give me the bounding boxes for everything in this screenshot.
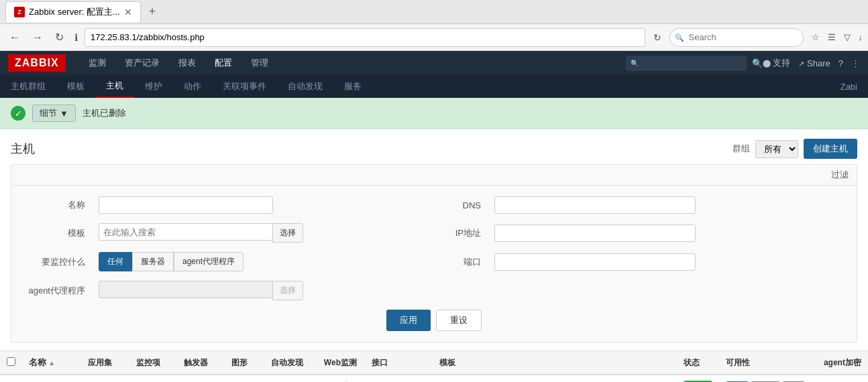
subnav-item-hosts[interactable]: 主机 — [95, 75, 134, 98]
sub-nav: 主机群组 模板 主机 维护 动作 关联项事件 自动发现 服务 Zabi — [0, 75, 868, 98]
row-name: Zabbix server — [22, 375, 81, 382]
alert-message: 主机已删除 — [83, 107, 126, 119]
create-host-button[interactable]: 创建主机 — [804, 139, 857, 159]
subnav-item-correlation[interactable]: 关联项事件 — [212, 75, 277, 98]
filter-template-wrap: 选择 — [99, 223, 303, 243]
filter-port-input[interactable] — [494, 253, 696, 271]
filter-row-2: 模板 选择 IP地址 — [25, 223, 843, 243]
reader-icon[interactable]: ☰ — [828, 32, 836, 42]
page-header: 主机 群组 所有 创建主机 — [0, 129, 868, 164]
top-nav: ZABBIX 监测 资产记录 报表 配置 管理 🔍 ⬤ 支持 ↗ Share ?… — [0, 51, 868, 75]
topnav-item-monitor[interactable]: 监测 — [79, 51, 115, 75]
row-availability: ZBX SNMP JMX IPMI — [719, 375, 817, 382]
filter-port-label: 端口 — [441, 256, 481, 268]
col-triggers: 触发器 — [177, 351, 225, 375]
share-link[interactable]: ↗ Share — [798, 58, 830, 68]
row-web: Web监测 — [317, 375, 366, 382]
reload-button2[interactable]: ↻ — [649, 29, 665, 46]
forward-button[interactable]: → — [28, 29, 47, 46]
filter-monitor-label: 要监控什么 — [25, 256, 85, 268]
col-checkbox — [0, 351, 22, 375]
subnav-item-discovery[interactable]: 自动发现 — [277, 75, 333, 98]
page-controls: 群组 所有 创建主机 — [733, 139, 857, 159]
group-select[interactable]: 所有 — [755, 140, 798, 158]
pocket-icon[interactable]: ▽ — [844, 32, 851, 42]
filter-agent-label: agent代理程序 — [25, 285, 85, 297]
filter-name-label: 名称 — [25, 199, 85, 211]
table-row: Zabbix server 应用集 11 监控项 88 触发器 50 图形 14 — [0, 375, 868, 382]
filter-ip-group: IP地址 — [441, 225, 843, 242]
row-interface: 127.0.0.1: 10050 — [365, 375, 432, 382]
col-name[interactable]: 名称 ▲ — [22, 351, 81, 375]
browser-search-input[interactable] — [669, 28, 804, 47]
subnav-user: Zabi — [830, 82, 868, 92]
filter-body: 名称 DNS 模板 选择 IP地址 — [11, 186, 857, 342]
help-link[interactable]: ? — [838, 58, 843, 68]
download-icon[interactable]: ↓ — [859, 32, 863, 42]
filter-dns-group: DNS — [441, 196, 843, 214]
col-discovery: 自动发现 — [264, 351, 317, 375]
close-tab-button[interactable]: ✕ — [124, 7, 132, 17]
filter-apply-button[interactable]: 应用 — [386, 310, 431, 331]
zabbix-app: ZABBIX 监测 资产记录 报表 配置 管理 🔍 ⬤ 支持 ↗ Share ?… — [0, 51, 868, 382]
top-nav-actions: ⬤ 支持 ↗ Share ? ⋮ — [763, 57, 860, 69]
topnav-item-reports[interactable]: 报表 — [169, 51, 205, 75]
active-tab[interactable]: Z Zabbix server: 配置主... ✕ — [5, 1, 141, 22]
browser-nav-bar: ← → ↻ ℹ ↻ ☆ ☰ ▽ ↓ — [0, 24, 868, 51]
new-tab-button[interactable]: + — [144, 2, 162, 21]
reload-button[interactable]: ↻ — [51, 28, 68, 46]
filter-template-select-button[interactable]: 选择 — [272, 223, 303, 243]
info-button[interactable]: ℹ — [72, 32, 80, 43]
filter-port-group: 端口 — [441, 253, 843, 271]
filter-row-1: 名称 DNS — [25, 196, 843, 214]
filter-name-input[interactable] — [99, 196, 273, 214]
filter-agent-select-button[interactable]: 选择 — [272, 281, 303, 300]
filter-monitor-server-button[interactable]: 服务器 — [132, 252, 174, 271]
filter-monitor-agent-button[interactable]: agent代理程序 — [174, 252, 243, 271]
filter-dns-input[interactable] — [494, 196, 696, 214]
support-link[interactable]: ⬤ 支持 — [763, 57, 791, 69]
filter-template-input[interactable] — [99, 223, 273, 241]
search-icon[interactable]: 🔍 — [752, 58, 763, 68]
tab-favicon: Z — [14, 7, 25, 17]
filter-agent-input — [99, 281, 273, 298]
select-all-checkbox[interactable] — [7, 357, 15, 366]
topnav-item-config[interactable]: 配置 — [205, 51, 241, 75]
topnav-item-admin[interactable]: 管理 — [241, 51, 278, 75]
col-status: 状态 — [677, 351, 719, 375]
col-apps: 应用集 — [81, 351, 129, 375]
address-bar[interactable] — [85, 28, 645, 47]
filter-ip-input[interactable] — [494, 225, 696, 242]
subnav-item-maintenance[interactable]: 维护 — [134, 75, 173, 98]
page-title: 主机 — [11, 141, 35, 157]
filter-monitor-any-button[interactable]: 任何 — [99, 252, 132, 271]
top-search-input[interactable] — [626, 56, 747, 71]
row-apps: 应用集 11 — [81, 375, 129, 382]
browser-tab-bar: Z Zabbix server: 配置主... ✕ + — [0, 0, 868, 24]
filter-header-label: 过滤 — [831, 170, 849, 180]
row-graphs: 图形 14 — [225, 375, 264, 382]
col-templates: 模板 — [433, 351, 677, 375]
filter-dns-label: DNS — [441, 200, 481, 210]
user-menu[interactable]: ⋮ — [851, 58, 860, 68]
filter-ip-label: IP地址 — [441, 227, 481, 239]
col-availability: 可用性 — [719, 351, 817, 375]
filter-header: 过滤 — [11, 165, 857, 186]
subnav-item-services[interactable]: 服务 — [333, 75, 372, 98]
alert-bar: ✓ 细节 ▼ 主机已删除 — [0, 98, 868, 129]
subnav-item-actions[interactable]: 动作 — [173, 75, 212, 98]
subnav-item-templates[interactable]: 模板 — [56, 75, 95, 98]
topnav-item-assets[interactable]: 资产记录 — [115, 51, 169, 75]
tab-title: Zabbix server: 配置主... — [29, 6, 120, 18]
row-items: 监控项 88 — [129, 375, 177, 382]
filter-section: 过滤 名称 DNS 模板 选择 — [11, 164, 857, 342]
filter-monitor-group: 要监控什么 任何 服务器 agent代理程序 — [25, 252, 427, 271]
bookmark-icon[interactable]: ☆ — [812, 32, 820, 42]
subnav-item-hostgroups[interactable]: 主机群组 — [0, 75, 56, 98]
alert-details-button[interactable]: 细节 ▼ — [32, 105, 76, 122]
group-label: 群组 — [733, 143, 750, 155]
filter-reset-button[interactable]: 重设 — [436, 310, 482, 331]
back-button[interactable]: ← — [5, 29, 24, 46]
row-enc: ✓ — [817, 375, 868, 382]
filter-template-label: 模板 — [25, 227, 85, 239]
